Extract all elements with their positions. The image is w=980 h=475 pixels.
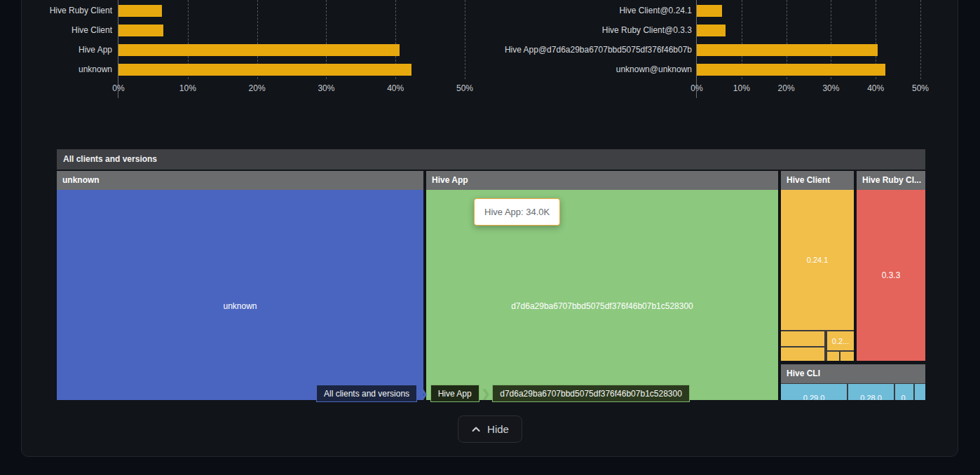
breadcrumb-item-root[interactable]: All clients and versions <box>316 385 417 402</box>
bar-hive-client-0241[interactable] <box>697 5 722 17</box>
x-tick: 20% <box>249 83 266 93</box>
x-tick: 0% <box>690 83 702 93</box>
treemap-tile-0-3-3[interactable]: 0.3.3 <box>857 190 925 361</box>
treemap-section-title: Hive Client <box>781 171 854 190</box>
treemap-tile-0-24-1[interactable]: 0.24.1 <box>781 190 854 330</box>
x-tick: 50% <box>456 83 473 93</box>
treemap-section-title: Hive CLI <box>781 364 925 383</box>
gridline <box>920 0 921 79</box>
x-tick: 0% <box>112 83 124 93</box>
bar-hive-ruby-client[interactable] <box>118 5 162 17</box>
treemap-tooltip: Hive App: 34.0K <box>474 198 560 226</box>
clients-treemap: All clients and versions unknown unknown… <box>57 149 925 400</box>
hide-button[interactable]: Hide <box>458 415 522 443</box>
category-label: Hive Client@0.24.1 <box>393 5 692 17</box>
chevron-right-icon: ❯ <box>479 385 493 402</box>
treemap-tile-small[interactable] <box>827 352 839 361</box>
treemap-tile-unknown[interactable]: unknown <box>57 190 423 400</box>
bar-hive-ruby-033[interactable] <box>697 25 726 36</box>
treemap-tile-cli-version[interactable]: 0.29.0 <box>781 384 847 400</box>
bar-unknown[interactable] <box>118 64 411 76</box>
tooltip-text: Hive App: 34.0K <box>484 207 550 217</box>
hide-button-label: Hide <box>487 423 509 435</box>
category-label: Hive App@d7d6a29ba6707bbd5075df376f46b07… <box>393 44 692 56</box>
treemap-section-title: Hive App <box>426 171 778 190</box>
treemap-section-title: unknown <box>57 171 423 190</box>
treemap-tile-small[interactable] <box>781 347 824 361</box>
chevron-up-icon <box>471 425 481 434</box>
treemap-root-header[interactable]: All clients and versions <box>57 149 925 170</box>
treemap-tile-small[interactable] <box>781 331 824 346</box>
treemap-tile-0-2[interactable]: 0.2... <box>827 331 854 350</box>
treemap-section-hive-client[interactable]: Hive Client 0.24.1 0.2... <box>781 171 854 361</box>
x-tick: 10% <box>179 83 196 93</box>
category-label: Hive Ruby Client <box>28 5 112 17</box>
x-tick: 20% <box>778 83 795 93</box>
treemap-section-hive-ruby-client[interactable]: Hive Ruby Cl... 0.3.3 <box>857 171 925 361</box>
treemap-tile-small[interactable] <box>841 352 854 361</box>
bar-hive-client[interactable] <box>118 25 163 36</box>
treemap-section-hive-cli[interactable]: Hive CLI 0.29.0 0.28.0 0. <box>781 364 925 400</box>
x-tick: 40% <box>387 83 404 93</box>
x-tick: 40% <box>867 83 884 93</box>
treemap-tile-cli-version[interactable]: 0.28.0 <box>848 384 894 400</box>
category-label: Hive Client <box>28 25 112 36</box>
x-tick: 50% <box>912 83 929 93</box>
category-label: unknown <box>28 64 112 76</box>
x-tick: 30% <box>822 83 839 93</box>
category-label: Hive App <box>28 44 112 56</box>
breadcrumb-item-hash[interactable]: d7d6a29ba6707bbd5075df376f46b07b1c528300 <box>492 385 690 402</box>
clients-dashboard: Hive Ruby Client Hive Client Hive App un… <box>0 0 980 475</box>
category-label: Hive Ruby Client@0.3.3 <box>393 25 692 36</box>
breadcrumb-item-hive-app[interactable]: Hive App <box>430 385 479 402</box>
bar-unknown-unknown[interactable] <box>697 64 885 76</box>
treemap-tile-cli-version[interactable] <box>915 384 925 400</box>
treemap-section-unknown[interactable]: unknown unknown <box>57 171 423 400</box>
treemap-section-title: Hive Ruby Cl... <box>857 171 925 190</box>
treemap-tile-cli-version[interactable]: 0. <box>895 384 913 400</box>
category-label: unknown@unknown <box>393 64 692 76</box>
treemap-breadcrumb: All clients and versions ❯ Hive App ❯ d7… <box>316 385 690 402</box>
bar-hive-app[interactable] <box>118 44 400 56</box>
x-tick: 10% <box>733 83 750 93</box>
right-plot-area: 0% 10% 20% 30% 40% 50% <box>696 0 920 98</box>
bar-hive-app-hash[interactable] <box>697 44 878 56</box>
x-tick: 30% <box>318 83 334 93</box>
chevron-right-icon: ❯ <box>417 385 430 402</box>
